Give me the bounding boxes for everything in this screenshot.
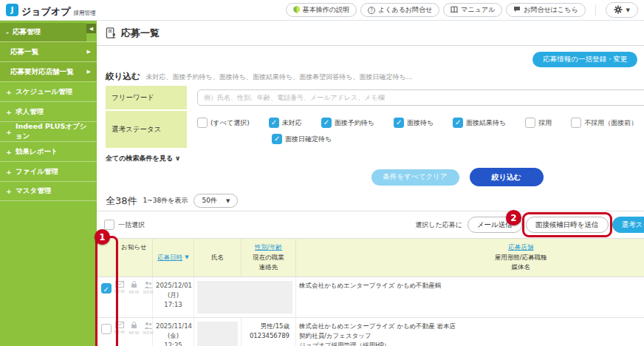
- faq-button[interactable]: ? よくあるお問合せ: [360, 3, 439, 17]
- notice-cell: NEW NEW NEW: [116, 318, 153, 346]
- status-option-hired[interactable]: 採用: [525, 118, 552, 128]
- top-bar: J ジョブオプ 採用管理 基本操作の説明 ? よくあるお問合せ マニュアル: [0, 0, 644, 21]
- basic-guide-button[interactable]: 基本操作の説明: [286, 3, 357, 17]
- applications-table: 1 お知らせ 応募日時 ▼ 氏名 性別/年齢 現在の職業 連絡先: [97, 238, 644, 346]
- send-interview-candidates-button[interactable]: 面接候補日時を送信: [526, 217, 609, 233]
- sidebar-item-files[interactable]: +ファイル管理: [0, 161, 97, 181]
- status-option-awaiting-reservation[interactable]: 面接予約待ち: [321, 118, 374, 128]
- logo-text: ジョブオプ: [21, 7, 71, 16]
- bulk-action-bar: 一括選択 選択した応募に メール送信 面接候補日時を送信 2 選考ステータスを変…: [97, 211, 644, 238]
- gear-icon: [614, 5, 623, 16]
- checkbox: [394, 118, 404, 128]
- logo-subtitle: 採用管理: [74, 10, 96, 16]
- status-option-awaiting-interview[interactable]: 面接待ち: [394, 118, 434, 128]
- sidebar-item-jobs[interactable]: +求人管理: [0, 101, 97, 121]
- table-row: NEW NEW NEW 2025/11/14 (金) 12:25 男性/15歳 …: [97, 318, 644, 346]
- name-cell: [194, 318, 242, 346]
- header-name: 氏名: [194, 238, 242, 277]
- manual-button[interactable]: マニュアル: [443, 3, 502, 17]
- name-cell: [194, 277, 296, 318]
- app-screen: J ジョブオプ 採用管理 基本操作の説明 ? よくあるお問合せ マニュアル: [0, 0, 644, 346]
- status-option-awaiting-confirmation[interactable]: 面接日確定待ち: [272, 134, 332, 144]
- filter-heading: 絞り込む: [106, 71, 140, 82]
- gender-contact-cell: 男性/15歳 0123456789: [242, 318, 296, 346]
- mail-icon: NEW: [114, 322, 126, 336]
- store-cell: 株式会社かもめエンタープライズ かもめ不動産 岩本店 契約社員/カフェスタッフ …: [296, 318, 644, 346]
- filter-summary: 未対応、面接予約待ち、面接待ち、面接結果待ち、面接希望回答待ち、面接日確定待ち…: [146, 72, 413, 82]
- clear-conditions-button[interactable]: 条件をすべてクリア: [371, 169, 459, 186]
- row-checkbox: [101, 283, 112, 294]
- contact-button[interactable]: お問合せはこちら: [506, 3, 585, 17]
- chevron-down-icon: ∨: [175, 155, 180, 162]
- app-logo[interactable]: J ジョブオプ 採用管理: [6, 4, 96, 16]
- chevron-down-icon: ▼: [626, 7, 630, 13]
- apply-date-cell: 2025/12/01 (月) 17:13: [153, 277, 194, 318]
- sort-by-date-link[interactable]: 応募日時: [157, 253, 182, 263]
- beginner-mark-icon: [293, 6, 300, 15]
- total-count: 全38件: [106, 194, 137, 208]
- sidebar-group-applications[interactable]: - 応募管理: [0, 23, 86, 41]
- header-gender-job-contact: 性別/年齢 現在の職業 連絡先: [242, 238, 296, 277]
- status-option-awaiting-result[interactable]: 面接結果待ち: [453, 118, 506, 128]
- redacted-name: [197, 322, 238, 346]
- notice-cell: NEW NEW NEW: [116, 277, 153, 318]
- sidebar-item-reports[interactable]: +効果レポート: [0, 141, 97, 161]
- chevron-down-icon: ▼: [226, 198, 230, 204]
- change-status-button[interactable]: 選考ステータスを変更 ▼: [612, 217, 644, 233]
- bulk-select-checkbox[interactable]: 一括選択: [104, 220, 145, 230]
- lock-icon: NEW: [129, 322, 140, 336]
- status-option-select-all[interactable]: (すべて選択): [197, 118, 250, 128]
- checkbox: [321, 118, 332, 128]
- selected-applications-label: 選択した応募に: [415, 220, 462, 230]
- gender-age-link[interactable]: 性別/年齢: [255, 243, 282, 251]
- sidebar: - 応募管理 ◀ 応募一覧 ▶ 応募要対応店舗一覧 ▶ +スケジュール管理 +求…: [0, 21, 97, 346]
- page-title: 応募一覧: [121, 27, 160, 40]
- row-select-cell[interactable]: [97, 277, 116, 318]
- chevron-right-icon: ▶: [87, 69, 91, 75]
- sidebar-item-application-list[interactable]: 応募一覧 ▶: [0, 41, 97, 61]
- status-filter-label: 選考ステータス: [106, 111, 187, 148]
- settings-menu-button[interactable]: ▼: [606, 2, 638, 18]
- bulk-register-button[interactable]: 応募情報の一括登録・変更: [532, 52, 637, 67]
- sidebar-collapse-button[interactable]: ◀: [86, 24, 96, 33]
- table-row: NEW NEW NEW 2025/12/01 (月) 17:13 株式会社かもめ…: [97, 277, 644, 318]
- display-range: 1~38件を表示: [143, 196, 188, 206]
- applicant-list-icon: [106, 27, 117, 40]
- apply-filter-button[interactable]: 絞り込む: [470, 168, 544, 186]
- question-icon: ?: [368, 7, 375, 14]
- row-select-cell[interactable]: [97, 318, 116, 346]
- status-option-rejected-before[interactable]: 不採用（面接前）: [571, 118, 637, 128]
- sidebar-item-schedule[interactable]: +スケジュール管理: [0, 81, 97, 101]
- filter-panel: フリーワード 選考ステータス (すべて選択) 未対応 面接予約待ち 面接待ち 面…: [106, 86, 644, 148]
- status-option-untouched[interactable]: 未対応: [269, 118, 302, 128]
- apply-date-cell: 2025/11/14 (金) 12:25: [153, 318, 194, 346]
- checkbox: [453, 118, 463, 128]
- chevron-right-icon: ▶: [87, 49, 91, 55]
- sidebar-item-stores-needing-action[interactable]: 応募要対応店舗一覧 ▶: [0, 61, 97, 81]
- lock-icon: NEW: [129, 281, 140, 296]
- header-notice: お知らせ: [116, 238, 153, 277]
- row-checkbox: [101, 324, 112, 334]
- mail-icon: NEW: [114, 281, 126, 296]
- book-icon: [451, 6, 458, 15]
- sidebar-item-master[interactable]: +マスタ管理: [0, 181, 97, 201]
- sidebar-item-indeed-plus[interactable]: +Indeed PLUSオプション: [0, 121, 97, 141]
- header-apply-date: 応募日時 ▼: [153, 238, 194, 277]
- topbar-divider: [595, 4, 596, 16]
- chat-bubble-icon: [513, 6, 521, 14]
- checkbox: [104, 220, 114, 230]
- header-store-employment-media: 応募店舗 雇用形態/応募職種 媒体名: [296, 238, 644, 277]
- checkbox: [571, 118, 581, 128]
- store-cell: 株式会社かもめエンタープライズ かもめ不動産鶴: [296, 277, 644, 318]
- redacted-name: [197, 281, 292, 313]
- table-header-row: お知らせ 応募日時 ▼ 氏名 性別/年齢 現在の職業 連絡先 応募店舗 雇用形態…: [97, 238, 644, 277]
- freeword-input[interactable]: [197, 89, 644, 106]
- main-content: 応募一覧 応募情報の一括登録・変更 応募情報ダウンロード 新規登録 絞り込む 未…: [97, 21, 644, 346]
- annotation-badge-2: 2: [506, 210, 521, 225]
- checkbox: [272, 134, 282, 144]
- checkbox: [269, 118, 279, 128]
- store-link[interactable]: 応募店舗: [508, 243, 533, 251]
- show-all-conditions-link[interactable]: 全ての検索条件を見る ∨: [97, 149, 644, 165]
- page-size-select[interactable]: 50件 ▼: [193, 194, 238, 208]
- sort-desc-icon[interactable]: ▼: [185, 254, 188, 262]
